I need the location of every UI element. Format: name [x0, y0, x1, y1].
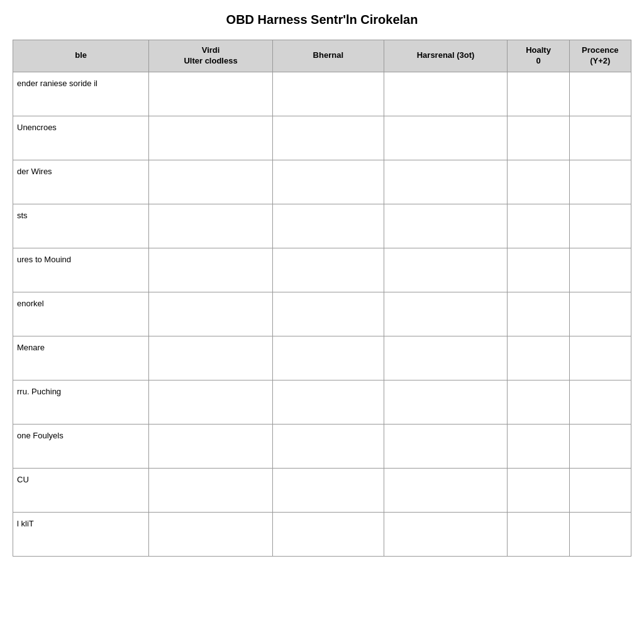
cell-harsrenal: [384, 468, 508, 512]
cell-virdi: [149, 116, 273, 160]
cell-bhernal: [272, 424, 384, 468]
cell-hoalty: [508, 512, 569, 556]
cell-variable: sts: [13, 204, 149, 248]
cell-variable: ender raniese soride il: [13, 72, 149, 116]
cell-variable: ures to Mouind: [13, 248, 149, 292]
cell-harsrenal: [384, 424, 508, 468]
cell-bhernal: [272, 116, 384, 160]
cell-variable: der Wires: [13, 160, 149, 204]
cell-variable: Menare: [13, 336, 149, 380]
cell-bhernal: [272, 160, 384, 204]
cell-procence: [569, 468, 631, 512]
cell-virdi: [149, 380, 273, 424]
cell-virdi: [149, 248, 273, 292]
cell-variable: Unencroes: [13, 116, 149, 160]
cell-virdi: [149, 292, 273, 336]
cell-bhernal: [272, 380, 384, 424]
cell-hoalty: [508, 424, 569, 468]
cell-procence: [569, 204, 631, 248]
cell-virdi: [149, 204, 273, 248]
cell-virdi: [149, 160, 273, 204]
cell-variable: enorkel: [13, 292, 149, 336]
cell-harsrenal: [384, 72, 508, 116]
cell-procence: [569, 248, 631, 292]
col-header-variable: ble: [13, 40, 149, 72]
table-row: sts: [13, 204, 631, 248]
col-header-bhernal: Bhernal: [272, 40, 384, 72]
cell-procence: [569, 116, 631, 160]
cell-harsrenal: [384, 292, 508, 336]
cell-procence: [569, 512, 631, 556]
table-row: CU: [13, 468, 631, 512]
cell-virdi: [149, 468, 273, 512]
cell-harsrenal: [384, 512, 508, 556]
table-header-row: ble Virdi Ulter clodless Bhernal Harsren…: [13, 40, 631, 72]
cell-hoalty: [508, 336, 569, 380]
table-row: ures to Mouind: [13, 248, 631, 292]
cell-variable: rru. Puching: [13, 380, 149, 424]
cell-bhernal: [272, 468, 384, 512]
col-header-harsrenal: Harsrenal (3ot): [384, 40, 508, 72]
cell-hoalty: [508, 380, 569, 424]
cell-hoalty: [508, 248, 569, 292]
cell-variable: l kliT: [13, 512, 149, 556]
main-table: ble Virdi Ulter clodless Bhernal Harsren…: [13, 40, 631, 557]
table-row: one Foulyels: [13, 424, 631, 468]
table-row: rru. Puching: [13, 380, 631, 424]
cell-hoalty: [508, 160, 569, 204]
cell-harsrenal: [384, 336, 508, 380]
cell-hoalty: [508, 204, 569, 248]
cell-bhernal: [272, 292, 384, 336]
table-row: ender raniese soride il: [13, 72, 631, 116]
cell-harsrenal: [384, 204, 508, 248]
cell-bhernal: [272, 336, 384, 380]
cell-procence: [569, 380, 631, 424]
cell-virdi: [149, 512, 273, 556]
cell-variable: one Foulyels: [13, 424, 149, 468]
cell-harsrenal: [384, 116, 508, 160]
cell-procence: [569, 72, 631, 116]
cell-harsrenal: [384, 380, 508, 424]
table-wrapper: ble Virdi Ulter clodless Bhernal Harsren…: [13, 40, 631, 557]
cell-bhernal: [272, 248, 384, 292]
col-header-procence: Procence (Y+2): [569, 40, 631, 72]
cell-hoalty: [508, 116, 569, 160]
cell-bhernal: [272, 204, 384, 248]
cell-variable: CU: [13, 468, 149, 512]
col-header-hoalty: Hoalty 0: [508, 40, 569, 72]
cell-harsrenal: [384, 160, 508, 204]
table-row: der Wires: [13, 160, 631, 204]
cell-virdi: [149, 424, 273, 468]
cell-procence: [569, 292, 631, 336]
cell-bhernal: [272, 512, 384, 556]
cell-hoalty: [508, 292, 569, 336]
cell-procence: [569, 424, 631, 468]
cell-procence: [569, 336, 631, 380]
cell-procence: [569, 160, 631, 204]
cell-harsrenal: [384, 248, 508, 292]
cell-virdi: [149, 336, 273, 380]
cell-virdi: [149, 72, 273, 116]
table-row: Unencroes: [13, 116, 631, 160]
cell-bhernal: [272, 72, 384, 116]
page-title: OBD Harness Sentr'ln Cirokelan: [13, 13, 631, 27]
table-row: l kliT: [13, 512, 631, 556]
table-row: Menare: [13, 336, 631, 380]
cell-hoalty: [508, 72, 569, 116]
table-row: enorkel: [13, 292, 631, 336]
cell-hoalty: [508, 468, 569, 512]
col-header-virdi: Virdi Ulter clodless: [149, 40, 273, 72]
